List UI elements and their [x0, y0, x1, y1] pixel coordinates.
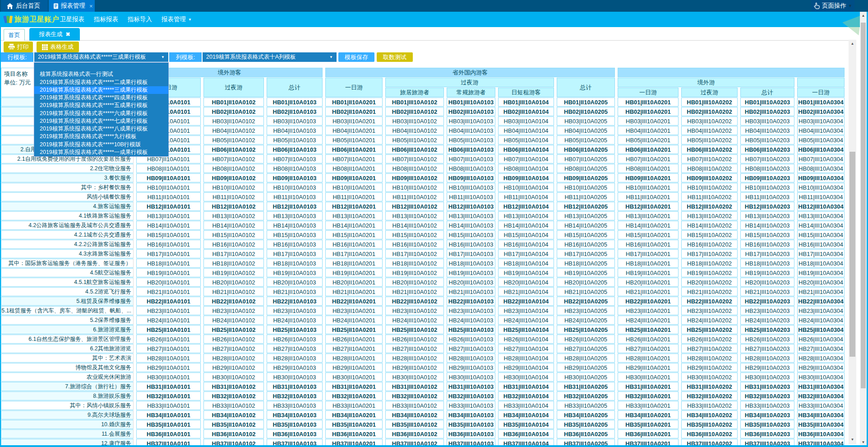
code-cell: HB31|III10A0203 [740, 382, 794, 391]
template-option[interactable]: 2019核算系统报表格式表*****八成果行模板 [34, 125, 168, 133]
code-cell: HB03|II10A0205 [557, 116, 615, 126]
code-cell: HB34|III10A0203 [740, 410, 794, 419]
row-label: 博物馆及其他文化服务 [1, 363, 134, 372]
code-cell: HB35|III10A0102 [385, 420, 444, 429]
table-scrollbar-thumb[interactable] [850, 152, 855, 357]
code-cell: HB10|III10A0203 [740, 183, 794, 192]
code-cell: HB05|III10A0104 [498, 135, 554, 144]
code-cell: HB01|III10A0104 [498, 98, 554, 107]
header-col: 旅居旅游者 [385, 88, 444, 97]
template-save-button[interactable]: 模板保存 [338, 52, 374, 62]
code-cell: HB14|III10A0102 [385, 221, 444, 230]
code-cell: HB15|II10A0205 [557, 230, 615, 239]
code-cell: HB12|II10A0102 [203, 202, 264, 211]
template-option[interactable]: 2019核算系统报表格式表*****10B行模版 [34, 141, 168, 149]
code-cell: HB03|III10A0103 [447, 116, 495, 126]
code-cell: HB29|III10A0202 [681, 363, 738, 372]
code-cell: HB05|III10A0103 [447, 135, 495, 144]
code-cell: HB21|III10A0203 [740, 287, 794, 296]
page-scroll-down-icon[interactable]: ▼ [860, 440, 867, 444]
tab-close-icon[interactable]: ✖ [65, 31, 70, 37]
fetch-test-button[interactable]: 取数测试 [377, 52, 413, 62]
code-cell: HB19|II10A0103 [267, 268, 323, 277]
code-cell: HB34|II10A0102 [203, 410, 264, 419]
code-cell: HB32|II10A0205 [557, 391, 615, 400]
code-cell: HB12|III10A0203 [740, 202, 794, 211]
code-cell: HB12|III10A0304 [797, 202, 845, 211]
code-cell: HB04|III10A0203 [740, 126, 794, 135]
template-option[interactable]: 2019核算系统报表格式表*****五成果行模板 [34, 102, 168, 109]
page-scroll-up-icon[interactable]: ▲ [860, 14, 867, 18]
template-option[interactable]: 2019核算系统报表格式表*****三成果行模板 [34, 86, 168, 94]
table-scrollbar[interactable]: ▲ ▼ [849, 40, 856, 444]
code-cell: HB21|III10A0304 [797, 287, 845, 296]
print-button-label: 打印 [17, 43, 29, 51]
topbar-tab-close-icon[interactable]: × [89, 3, 93, 9]
scroll-down-icon[interactable]: ▼ [849, 438, 856, 442]
code-cell: HB34|II10A0103 [267, 410, 323, 419]
template-option[interactable]: 2019核算系统报表格式表*****七成果行模板 [34, 117, 168, 125]
code-cell: HB07|III10A0201 [618, 154, 679, 163]
code-cell: HB16|III10A0203 [740, 240, 794, 249]
code-cell: HB22|III10A0304 [797, 297, 845, 306]
nav-item-indicator-import[interactable]: 指标导入 [128, 12, 152, 27]
topbar-tab-home[interactable]: 后台首页 [1, 0, 48, 12]
template-option[interactable]: 核算系统报表格式表一行测试 [34, 70, 168, 78]
tab-report-generate[interactable]: 报表生成✖ [29, 28, 80, 41]
code-cell: HB29|III10A0102 [385, 363, 444, 372]
tab-home[interactable]: 首页 [4, 29, 25, 41]
code-cell: HB13|II10A0205 [557, 211, 615, 220]
header-col: 一日游 [797, 88, 845, 97]
template-option[interactable]: 2019核算系统报表格式表*****九行模板 [34, 133, 168, 140]
row-label: 农业观光休闲旅游 [1, 372, 134, 382]
code-cell: HB23|III10A0304 [797, 306, 845, 315]
template-option[interactable] [34, 63, 168, 70]
hand-pointer-icon [813, 2, 820, 9]
code-cell: HB17|III10A0102 [385, 249, 444, 258]
code-cell: HB36|III10A0102 [385, 429, 444, 438]
code-cell: HB06|III10A0304 [797, 145, 845, 154]
code-cell: HB08|II10A0205 [557, 164, 615, 173]
code-cell: HB28|III10A0104 [498, 354, 554, 363]
code-cell: HB05|II10A0102 [203, 135, 264, 144]
code-cell: HB21|III10A0201 [618, 287, 679, 296]
template-option[interactable]: 2019核算系统报表格式表*****六成果行模板 [34, 110, 168, 117]
code-cell: HB32|III10A0203 [740, 391, 794, 400]
page-scrollbar[interactable]: ▲ ▼ [860, 12, 867, 447]
code-cell: HB26|II10A0201 [325, 335, 383, 344]
nav-item-report-manage[interactable]: 报表管理▼ [162, 12, 192, 27]
code-cell: HB11|III10A0201 [618, 192, 679, 201]
scroll-up-icon[interactable]: ▲ [849, 42, 856, 46]
code-cell: HB31|II10A0102 [203, 382, 264, 391]
code-cell: HB15|III10A0103 [447, 230, 495, 239]
code-cell: HB26|III10A0104 [498, 335, 554, 344]
code-cell: HB33|II10A0103 [267, 401, 323, 410]
code-cell: HB25|II10A0205 [557, 325, 615, 334]
template-option[interactable]: 2019核算系统报表格式表*****四成果行模板 [34, 94, 168, 102]
code-cell: HB12|III10A0202 [681, 202, 738, 211]
table-generate-button[interactable]: 表格生成 [37, 42, 79, 52]
print-button[interactable]: 打印 [4, 42, 33, 52]
nav-item-indicator-report[interactable]: 指标报表 [94, 12, 118, 27]
code-cell: HB22|III10A0202 [681, 297, 738, 306]
code-cell: HB24|III10A0203 [740, 316, 794, 325]
code-cell: HB16|III10A0304 [797, 240, 845, 249]
code-cell: HB15|III10A0203 [740, 230, 794, 239]
code-cell: HB06|III10A0104 [498, 145, 554, 154]
page-scrollbar-thumb[interactable] [861, 23, 866, 388]
col-template-select[interactable]: 2019核算系统报表格式表十A列模板▼ [203, 52, 337, 62]
code-cell: HB26|III10A0202 [681, 335, 738, 344]
table-generate-label: 表格生成 [50, 43, 74, 51]
page-actions-button[interactable]: 页面操作 ▼ [811, 0, 854, 12]
row-template-select[interactable]: 2019核算系统报表格式表*****三成果行模板▼ [34, 52, 168, 62]
topbar-tab-report[interactable]: 报表管理 × [49, 0, 95, 12]
template-option[interactable]: 2019核算系统报表格式表*****一成果行模板 [34, 149, 168, 156]
row-label: 8.旅游娱乐服务 [1, 391, 134, 400]
code-cell: HB04|II10A0201 [325, 126, 383, 135]
row-label: 5.租赁及保养维修服务 [1, 297, 134, 306]
nav-caret-icon: ▼ [188, 18, 192, 22]
code-cell: HB19|II10A0101 [136, 268, 201, 277]
template-option[interactable]: 2019核算系统报表格式表*****二成果行模板 [34, 79, 168, 86]
row-label: 4.5.2游览飞行服务 [1, 287, 134, 296]
nav-item-satellite-report[interactable]: 卫星报表 [60, 12, 84, 27]
